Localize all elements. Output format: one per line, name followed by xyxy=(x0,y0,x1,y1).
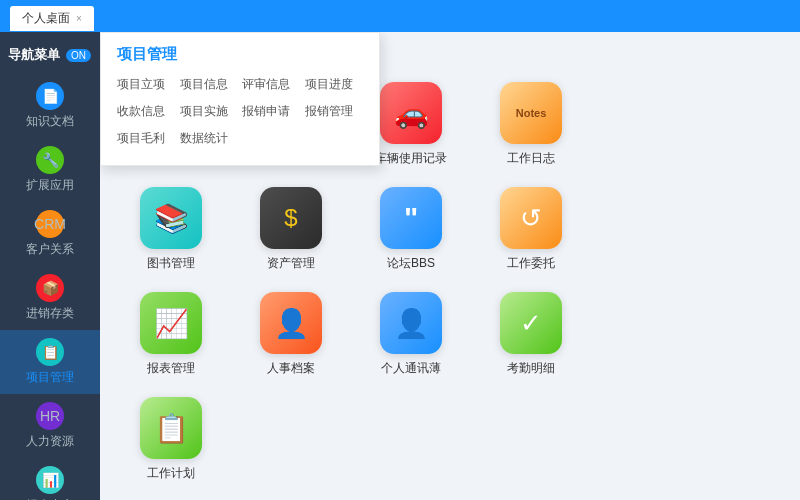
app-book[interactable]: 📚 图书管理 xyxy=(126,187,216,272)
app-attendance[interactable]: ✓ 考勤明细 xyxy=(486,292,576,377)
sidebar-label-knowledge: 知识文档 xyxy=(26,113,74,130)
app-plan[interactable]: 📋 工作计划 xyxy=(126,397,216,482)
app-contact[interactable]: 👤 个人通讯薄 xyxy=(366,292,456,377)
sidebar-item-project[interactable]: 📋 项目管理 xyxy=(0,330,100,394)
tab-close-icon[interactable]: × xyxy=(76,13,82,24)
sidebar-header: 导航菜单 ON xyxy=(0,40,100,70)
app-icon-book: 📚 xyxy=(140,187,202,249)
dropdown-item-实施[interactable]: 项目实施 xyxy=(180,101,239,122)
tab-label: 个人桌面 xyxy=(22,10,70,27)
app-label-assets: 资产管理 xyxy=(267,255,315,272)
sidebar-item-knowledge[interactable]: 📄 知识文档 xyxy=(0,74,100,138)
sidebar-label-extend: 扩展应用 xyxy=(26,177,74,194)
crm-icon: CRM xyxy=(36,210,64,238)
dropdown-item-信息[interactable]: 项目信息 xyxy=(180,74,239,95)
app-diary[interactable]: Notes 工作日志 xyxy=(486,82,576,167)
app-icon-task: ↺ xyxy=(500,187,562,249)
dropdown-item-立项[interactable]: 项目立项 xyxy=(117,74,176,95)
app-task[interactable]: ↺ 工作委托 xyxy=(486,187,576,272)
sidebar: 导航菜单 ON 📄 知识文档 🔧 扩展应用 CRM 客户关系 📦 进销存类 📋 … xyxy=(0,32,100,500)
sidebar-title: 导航菜单 xyxy=(8,46,60,64)
app-icon-assets: $ xyxy=(260,187,322,249)
app-label-attendance: 考勤明细 xyxy=(507,360,555,377)
app-label-hr: 人事档案 xyxy=(267,360,315,377)
dropdown-item-报销申请[interactable]: 报销申请 xyxy=(242,101,301,122)
app-hr[interactable]: 👤 人事档案 xyxy=(246,292,336,377)
app-label-book: 图书管理 xyxy=(147,255,195,272)
dropdown-menu: 项目管理 项目立项 项目信息 评审信息 项目进度 收款信息 项目实施 报销申请 … xyxy=(100,32,380,166)
app-icon-diary: Notes xyxy=(500,82,562,144)
app-icon-report: 📈 xyxy=(140,292,202,354)
project-icon: 📋 xyxy=(36,338,64,366)
app-icon-contact: 👤 xyxy=(380,292,442,354)
app-icon-attendance: ✓ xyxy=(500,292,562,354)
main-layout: 导航菜单 ON 📄 知识文档 🔧 扩展应用 CRM 客户关系 📦 进销存类 📋 … xyxy=(0,32,800,500)
dropdown-item-进度[interactable]: 项目进度 xyxy=(305,74,364,95)
app-bbs[interactable]: " 论坛BBS xyxy=(366,187,456,272)
sidebar-label-inventory: 进销存类 xyxy=(26,305,74,322)
dropdown-title: 项目管理 xyxy=(117,45,363,64)
dropdown-grid: 项目立项 项目信息 评审信息 项目进度 收款信息 项目实施 报销申请 报销管理 … xyxy=(117,74,363,149)
sidebar-label-crm: 客户关系 xyxy=(26,241,74,258)
sidebar-item-inventory[interactable]: 📦 进销存类 xyxy=(0,266,100,330)
extend-icon: 🔧 xyxy=(36,146,64,174)
app-icon-car: 🚗 xyxy=(380,82,442,144)
app-label-report: 报表管理 xyxy=(147,360,195,377)
tab-desktop[interactable]: 个人桌面 × xyxy=(10,6,94,31)
content-area: 项目管理 项目立项 项目信息 评审信息 项目进度 收款信息 项目实施 报销申请 … xyxy=(100,32,800,500)
sidebar-item-report[interactable]: 📊 报表中心 xyxy=(0,458,100,500)
inventory-icon: 📦 xyxy=(36,274,64,302)
report-icon: 📊 xyxy=(36,466,64,494)
app-assets[interactable]: $ 资产管理 xyxy=(246,187,336,272)
knowledge-icon: 📄 xyxy=(36,82,64,110)
app-icon-hr: 👤 xyxy=(260,292,322,354)
sidebar-label-project: 项目管理 xyxy=(26,369,74,386)
sidebar-item-crm[interactable]: CRM 客户关系 xyxy=(0,202,100,266)
dropdown-item-报销管理[interactable]: 报销管理 xyxy=(305,101,364,122)
top-bar: 个人桌面 × xyxy=(0,0,800,32)
nav-toggle[interactable]: ON xyxy=(66,49,91,62)
dropdown-item-毛利[interactable]: 项目毛利 xyxy=(117,128,176,149)
app-label-diary: 工作日志 xyxy=(507,150,555,167)
app-label-contact: 个人通讯薄 xyxy=(381,360,441,377)
hr-icon: HR xyxy=(36,402,64,430)
app-icon-plan: 📋 xyxy=(140,397,202,459)
dropdown-item-收款[interactable]: 收款信息 xyxy=(117,101,176,122)
dropdown-item-评审[interactable]: 评审信息 xyxy=(242,74,301,95)
sidebar-item-extend[interactable]: 🔧 扩展应用 xyxy=(0,138,100,202)
app-label-bbs: 论坛BBS xyxy=(387,255,435,272)
app-label-task: 工作委托 xyxy=(507,255,555,272)
app-report[interactable]: 📈 报表管理 xyxy=(126,292,216,377)
app-label-plan: 工作计划 xyxy=(147,465,195,482)
app-icon-bbs: " xyxy=(380,187,442,249)
dropdown-item-数据统计[interactable]: 数据统计 xyxy=(180,128,239,149)
sidebar-item-hr[interactable]: HR 人力资源 xyxy=(0,394,100,458)
app-label-car: 车辆使用记录 xyxy=(375,150,447,167)
sidebar-label-hr: 人力资源 xyxy=(26,433,74,450)
